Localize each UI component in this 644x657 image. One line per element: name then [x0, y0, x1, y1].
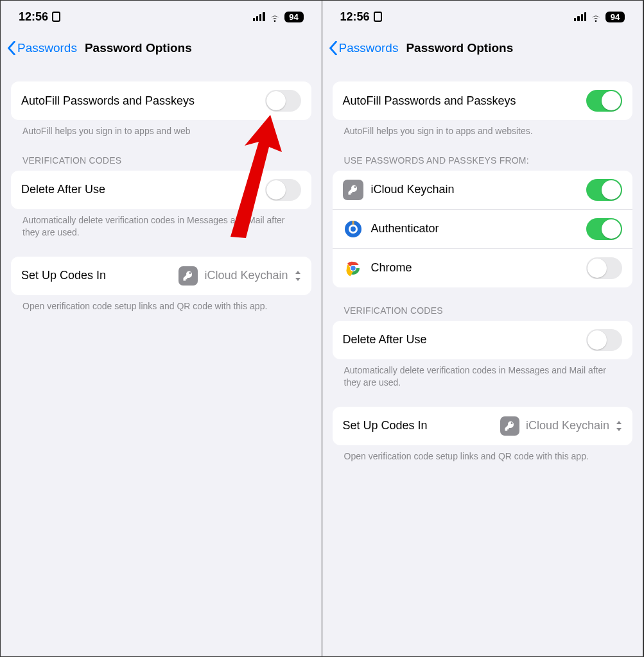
page-title: Password Options — [85, 41, 192, 55]
chevron-up-down-icon — [616, 421, 622, 431]
source-toggle-chrome[interactable] — [586, 257, 622, 279]
status-time: 12:56 — [340, 10, 370, 24]
autofill-row[interactable]: AutoFill Passwords and Passkeys — [333, 81, 633, 120]
setup-codes-caption: Open verification code setup links and Q… — [22, 300, 300, 312]
autofill-label: AutoFill Passwords and Passkeys — [343, 94, 579, 108]
chevron-left-icon — [7, 41, 16, 55]
autofill-caption: AutoFill helps you sign in to apps and w… — [344, 125, 622, 137]
status-bar: 12:56 94 — [322, 1, 643, 33]
battery-indicator: 94 — [605, 12, 625, 22]
source-row-authenticator[interactable]: Authenticator — [333, 209, 633, 248]
chrome-icon — [343, 258, 363, 278]
svg-point-3 — [351, 226, 356, 232]
key-icon — [178, 266, 198, 286]
source-row-keychain[interactable]: iCloud Keychain — [333, 171, 633, 209]
page-title: Password Options — [406, 41, 513, 55]
back-button[interactable]: Passwords — [329, 41, 399, 55]
status-bar: 12:56 94 — [1, 1, 322, 33]
screenshot-left: 12:56 94 Passwords Password Options Auto… — [1, 1, 322, 656]
nav-bar: Passwords Password Options — [1, 33, 322, 64]
setup-codes-value: iCloud Keychain — [526, 419, 609, 432]
chevron-up-down-icon — [295, 271, 301, 281]
setup-codes-row[interactable]: Set Up Codes In iCloud Keychain — [333, 407, 633, 445]
verification-header: VERIFICATION CODES — [22, 155, 309, 166]
cellular-icon — [574, 12, 586, 21]
setup-codes-caption: Open verification code setup links and Q… — [344, 450, 622, 463]
autofill-caption: AutoFill helps you sign in to apps and w… — [22, 125, 300, 137]
authenticator-icon — [343, 219, 363, 239]
verification-header: VERIFICATION CODES — [344, 305, 631, 316]
nav-bar: Passwords Password Options — [322, 33, 643, 64]
cellular-icon — [253, 12, 265, 21]
screenshot-right: 12:56 94 Passwords Password Options Auto… — [322, 1, 644, 656]
source-row-chrome[interactable]: Chrome — [333, 248, 633, 287]
delete-after-use-row[interactable]: Delete After Use — [11, 171, 311, 209]
wifi-icon — [269, 12, 281, 21]
svg-rect-4 — [352, 221, 354, 225]
wifi-icon — [590, 12, 602, 21]
source-toggle-keychain[interactable] — [586, 179, 622, 201]
source-toggle-authenticator[interactable] — [586, 218, 622, 240]
delete-after-use-toggle[interactable] — [265, 179, 301, 201]
back-label: Passwords — [17, 41, 77, 55]
setup-codes-label: Set Up Codes In — [343, 419, 500, 432]
battery-indicator: 94 — [284, 12, 304, 22]
sources-header: USE PASSWORDS AND PASSKEYS FROM: — [344, 155, 631, 166]
delete-after-use-row[interactable]: Delete After Use — [333, 321, 633, 359]
key-icon — [500, 416, 519, 436]
key-icon — [343, 180, 363, 200]
autofill-toggle[interactable] — [265, 90, 301, 112]
setup-codes-label: Set Up Codes In — [21, 269, 178, 282]
lock-orientation-icon — [52, 12, 60, 22]
setup-codes-value: iCloud Keychain — [204, 269, 288, 282]
chevron-left-icon — [329, 41, 338, 55]
setup-codes-picker[interactable]: iCloud Keychain — [500, 416, 622, 436]
autofill-label: AutoFill Passwords and Passkeys — [21, 94, 257, 108]
delete-after-use-toggle[interactable] — [586, 329, 622, 351]
source-label: iCloud Keychain — [371, 183, 579, 196]
setup-codes-row[interactable]: Set Up Codes In iCloud Keychain — [11, 257, 311, 295]
back-label: Passwords — [339, 41, 399, 55]
status-time: 12:56 — [19, 10, 48, 24]
back-button[interactable]: Passwords — [7, 41, 77, 55]
lock-orientation-icon — [374, 12, 382, 22]
delete-after-use-label: Delete After Use — [343, 333, 579, 346]
delete-after-use-label: Delete After Use — [21, 183, 257, 196]
autofill-toggle[interactable] — [586, 90, 622, 112]
source-label: Chrome — [371, 261, 579, 275]
setup-codes-picker[interactable]: iCloud Keychain — [178, 266, 300, 286]
autofill-row[interactable]: AutoFill Passwords and Passkeys — [11, 81, 311, 120]
delete-after-use-caption: Automatically delete verification codes … — [344, 364, 622, 389]
source-label: Authenticator — [371, 222, 579, 235]
delete-after-use-caption: Automatically delete verification codes … — [22, 214, 300, 239]
